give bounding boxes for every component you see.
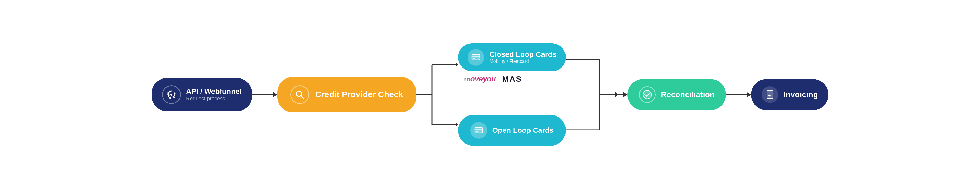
reconciliation-icon bbox=[639, 86, 656, 103]
svg-rect-13 bbox=[472, 56, 480, 57]
arrow-recon-to-invoice bbox=[726, 92, 751, 97]
closed-loop-card-icon bbox=[468, 49, 484, 66]
svg-rect-17 bbox=[476, 131, 478, 132]
open-loop-card-icon bbox=[470, 122, 487, 139]
svg-rect-14 bbox=[473, 58, 475, 59]
open-loop-node: Open Loop Cards bbox=[458, 115, 566, 146]
credit-title: Credit Provider Check bbox=[315, 90, 403, 99]
flow-diagram: API / Webfunnel Request process Credit P… bbox=[0, 0, 980, 189]
branch-svg-right bbox=[566, 45, 618, 144]
svg-point-23 bbox=[643, 90, 652, 99]
closed-loop-subtitle: Mobility / Fleetcard bbox=[490, 59, 557, 64]
arrow-head-invoice bbox=[747, 92, 751, 97]
svg-marker-11 bbox=[455, 122, 458, 127]
svg-marker-10 bbox=[455, 62, 458, 67]
invoicing-title: Invoicing bbox=[783, 90, 818, 99]
svg-rect-16 bbox=[475, 129, 483, 130]
closed-loop-container: Closed Loop Cards Mobility / Fleetcard n… bbox=[458, 43, 566, 83]
arrow-api-to-credit bbox=[252, 92, 277, 97]
svg-marker-22 bbox=[616, 92, 618, 97]
open-loop-text: Open Loop Cards bbox=[492, 126, 554, 134]
api-title: API / Webfunnel bbox=[186, 87, 242, 96]
svg-point-1 bbox=[167, 92, 169, 94]
svg-point-0 bbox=[170, 94, 172, 96]
branch-svg-left bbox=[416, 45, 458, 144]
closed-loop-text: Closed Loop Cards Mobility / Fleetcard bbox=[490, 50, 557, 64]
moveyou-logo: nnoveyou bbox=[463, 75, 496, 83]
arrow-to-recon bbox=[618, 92, 627, 97]
arrow-line-invoice bbox=[726, 94, 747, 95]
invoicing-node: $ Invoicing bbox=[751, 79, 829, 110]
credit-provider-node: Credit Provider Check bbox=[277, 77, 416, 112]
invoice-icon: $ bbox=[762, 86, 778, 103]
svg-line-5 bbox=[301, 96, 304, 99]
arrow-head bbox=[273, 92, 277, 97]
search-icon bbox=[290, 85, 309, 104]
svg-text:$: $ bbox=[769, 95, 771, 98]
logos-area: nnoveyou MAS bbox=[463, 74, 566, 83]
api-icon bbox=[162, 85, 181, 104]
mas-logo: MAS bbox=[502, 74, 522, 83]
arrow-head-recon bbox=[623, 92, 627, 97]
closed-loop-node: Closed Loop Cards Mobility / Fleetcard bbox=[458, 43, 566, 71]
api-subtitle: Request process bbox=[186, 96, 242, 102]
reconciliation-node: Reconciliation bbox=[627, 79, 726, 110]
svg-point-3 bbox=[169, 97, 171, 99]
arrow-line-recon bbox=[618, 94, 623, 95]
api-text: API / Webfunnel Request process bbox=[186, 87, 242, 102]
cards-column: Closed Loop Cards Mobility / Fleetcard n… bbox=[458, 43, 566, 146]
reconciliation-title: Reconciliation bbox=[661, 90, 714, 99]
svg-point-2 bbox=[173, 92, 175, 94]
closed-loop-title: Closed Loop Cards bbox=[490, 50, 557, 59]
open-loop-title: Open Loop Cards bbox=[492, 126, 554, 134]
api-webfunnel-node: API / Webfunnel Request process bbox=[151, 78, 252, 111]
arrow-line bbox=[252, 94, 273, 95]
branch-spacer bbox=[458, 83, 566, 115]
